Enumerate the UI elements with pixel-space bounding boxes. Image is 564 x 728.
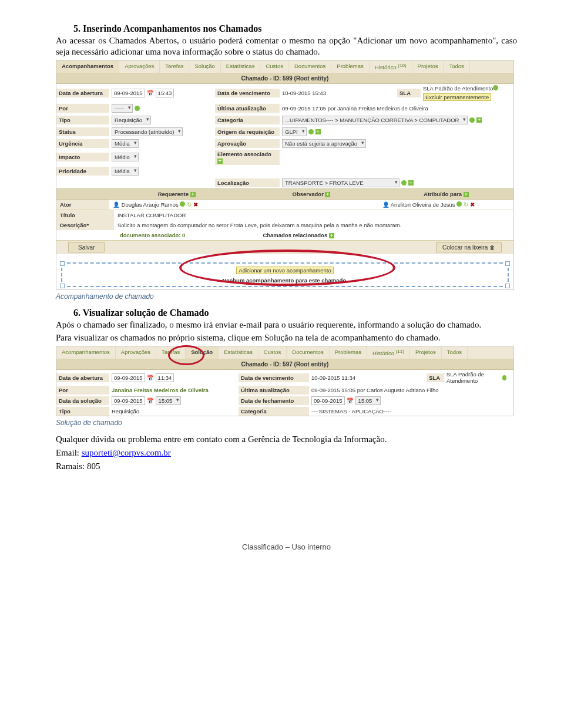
add-icon[interactable]: + (476, 117, 482, 123)
open-time-input[interactable]: 15:43 (156, 89, 174, 97)
tab2-estatisticas[interactable]: Estatísticas (219, 346, 258, 359)
aprovacao-select[interactable]: Não está sujeita a aprovação (282, 139, 366, 148)
tab-historico[interactable]: Histórico (10) (370, 60, 412, 73)
tab-aprovacoes[interactable]: Aprovações (119, 60, 160, 73)
tab2-historico[interactable]: Histórico (11) (367, 346, 410, 359)
calendar-icon[interactable]: 📅 (147, 90, 154, 96)
status-select[interactable]: Processando (atribuído) (112, 127, 183, 136)
open-date-input[interactable]: 09-09-2015 (112, 89, 145, 97)
lbl2-last-update: Última atualização (239, 386, 309, 395)
dot-icon (502, 375, 506, 380)
sla-delete-link[interactable]: Excluir permanentemente (423, 93, 491, 101)
lbl-por: Por (56, 104, 109, 113)
calendar-icon[interactable]: 📅 (147, 375, 154, 381)
add-icon[interactable]: + (464, 192, 469, 197)
categoria-select[interactable]: ...UIPAMENTOS---- > MANUTENÇÃO CORRETIVA… (282, 116, 468, 124)
requerente-label: Requerente (158, 191, 189, 197)
close-time-select[interactable]: 15:05 (355, 396, 381, 405)
person-icon: 👤 (113, 201, 120, 208)
trash-icon: 🗑 (489, 244, 495, 251)
por-val-2[interactable]: Janaina Freitas Medeiros de Oliveira (109, 386, 239, 395)
tab-problemas[interactable]: Problemas (331, 60, 369, 73)
related-label: Chamados relacionados (263, 232, 327, 238)
open-date-input-2[interactable]: 09-09-2015 (112, 373, 145, 382)
tab-tarefas[interactable]: Tarefas (160, 60, 189, 73)
tab2-custos[interactable]: Custos (258, 346, 287, 359)
lbl-elemento: Elemento associado + (215, 150, 280, 165)
email-link[interactable]: suporteti@corpvs.com.br (82, 448, 171, 457)
add-icon[interactable]: + (408, 180, 414, 186)
close-date-input[interactable]: 09-09-2015 (311, 396, 345, 405)
reload-icon[interactable]: ↻ (464, 201, 468, 208)
tab-documentos[interactable]: Documentos (289, 60, 331, 73)
tab2-problemas[interactable]: Problemas (330, 346, 367, 359)
calendar-icon[interactable]: 📅 (147, 397, 154, 404)
sla-val: SLA Padrão de Atendimento (423, 85, 498, 92)
delete-icon[interactable]: ✖ (193, 201, 198, 208)
ticket-fields-1: Data de abertura 09-09-2015 📅 15:43 Data… (56, 84, 513, 188)
lbl-prioridade: Prioridade (56, 167, 109, 176)
lbl2-open-date: Data de abertura (56, 373, 109, 382)
lbl-origem: Origem da requisição (215, 127, 280, 136)
closing-email: Email: suporteti@corpvs.com.br (56, 447, 517, 459)
sol-time-select[interactable]: 15:05 (156, 396, 182, 405)
sol-date-input[interactable]: 09-09-2015 (112, 396, 145, 405)
sla-dot-icon (493, 85, 498, 90)
dot-icon (180, 201, 185, 207)
doc-associado-link[interactable]: documento associado: 0 (116, 230, 189, 240)
open-time-input-2[interactable]: 11:34 (156, 373, 174, 382)
tipo-select[interactable]: Requisição (112, 116, 151, 124)
atribuido-name: Arieliton Oliveira de Jesus (391, 201, 455, 208)
tab2-historico-label: Histórico (372, 350, 394, 356)
lbl-sla: SLA (397, 89, 421, 97)
ticket-header-2: Chamado - ID: 597 (Root entity) (56, 359, 513, 370)
screenshot-acompanhamento: Acompanhamentos Aprovações Tarefas Soluç… (56, 60, 514, 290)
tab-todos[interactable]: Todos (444, 60, 469, 73)
page-footer: Classificado – Uso interno (56, 542, 517, 551)
add-icon[interactable]: + (325, 192, 330, 197)
due-date-val-2: 10-09-2015 11:34 (309, 373, 427, 382)
closing-line: Qualquer dúvida ou problema entre em con… (56, 434, 517, 445)
lbl2-categoria: Categoria (239, 407, 309, 416)
lbl-titulo: Título (56, 210, 114, 220)
tab2-projetos[interactable]: Projetos (410, 346, 442, 359)
origem-select[interactable]: GLPI (282, 127, 307, 136)
lbl2-sol-date: Data da solução (56, 396, 109, 405)
trash-button[interactable]: Colocar na lixeira 🗑 (436, 242, 502, 252)
tab2-todos[interactable]: Todos (442, 346, 468, 359)
red-ellipse-annotation (179, 250, 391, 281)
section6-para1: Após o chamado ser finalizado, o mesmo i… (56, 319, 517, 331)
tab-custos[interactable]: Custos (260, 60, 289, 73)
delete-icon[interactable]: ✖ (470, 201, 475, 208)
lbl-aprovacao: Aprovação (215, 139, 280, 148)
impacto-select[interactable]: Médio (112, 153, 139, 161)
reload-icon[interactable]: ↻ (187, 201, 192, 208)
screenshot-solucao: Acompanhamentos Aprovações Tarefas Soluç… (56, 346, 514, 416)
por-select[interactable]: ----- (112, 104, 133, 113)
lbl-status: Status (56, 127, 109, 136)
tab-projetos[interactable]: Projetos (412, 60, 444, 73)
add-icon[interactable]: + (190, 192, 196, 197)
prioridade-select[interactable]: Média (112, 167, 139, 176)
ticket-header-1: Chamado - ID: 599 (Root entity) (56, 73, 513, 84)
save-button[interactable]: Salvar (68, 242, 105, 252)
add-icon[interactable]: + (329, 233, 334, 238)
caption-2: Solução de chamado (56, 419, 517, 427)
tab-estatisticas[interactable]: Estatísticas (221, 60, 261, 73)
tab-acompanhamentos[interactable]: Acompanhamentos (56, 60, 119, 73)
lbl-categoria: Categoria (215, 116, 280, 124)
calendar-icon[interactable]: 📅 (347, 397, 354, 404)
add-icon[interactable]: + (315, 129, 321, 134)
add-icon[interactable]: + (217, 159, 223, 164)
lbl-last-update: Última atualização (215, 104, 280, 113)
urgencia-select[interactable]: Média (112, 139, 139, 148)
lbl-descricao: Descrição* (56, 220, 114, 230)
tab2-documentos[interactable]: Documentos (287, 346, 329, 359)
tab-solucao[interactable]: Solução (189, 60, 220, 73)
actors-head: Requerente + Observador + Atribuído para… (56, 188, 513, 200)
tab2-acompanhamentos[interactable]: Acompanhamentos (56, 346, 116, 359)
lbl-tipo: Tipo (56, 116, 109, 124)
lbl2-close-date: Data de fechamento (239, 396, 309, 405)
localizacao-select[interactable]: TRANSPORTE > FROTA LEVE (282, 178, 400, 187)
tab2-aprovacoes[interactable]: Aprovações (116, 346, 156, 359)
